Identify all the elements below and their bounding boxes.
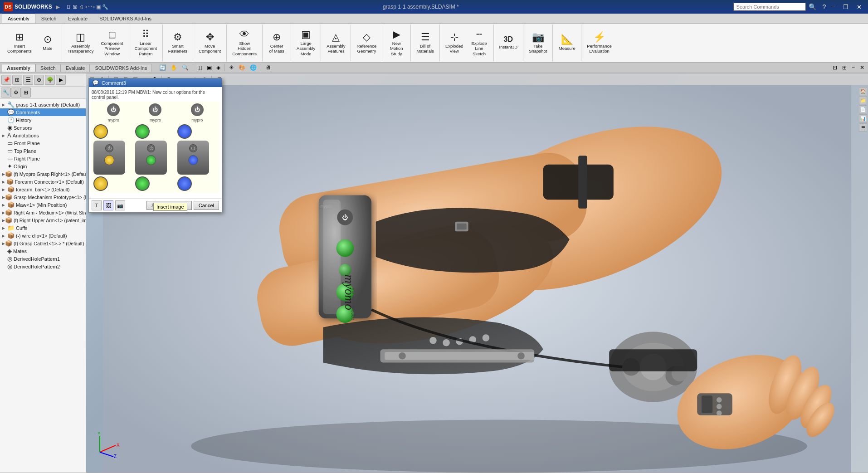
tree-item-wire-clip[interactable]: ▶ 📦 (-) wire clip<1> (Default) [0, 232, 86, 239]
expand-right-arm[interactable]: ▶ [2, 210, 5, 215]
display-btn[interactable]: 🖥 [263, 63, 273, 72]
expand-forearm-conn[interactable]: ▶ [2, 180, 6, 184]
tree-item-myopro[interactable]: ▶ 📦 (f) Myopro Grasp Right<1> (Default) [0, 170, 86, 178]
pan-btn[interactable]: ✋ [169, 63, 179, 72]
tree-item-comments[interactable]: 💬 Comments [0, 108, 86, 116]
config-manager-tab[interactable]: ⊞ [21, 88, 31, 98]
show-hidden-btn[interactable]: 👁 ShowHiddenComponents [229, 25, 259, 61]
mate-btn[interactable]: ⊙ Mate [36, 25, 59, 61]
panel-list-btn[interactable]: ☰ [23, 75, 33, 85]
comment-camera-btn[interactable]: 📷 [115, 200, 125, 210]
comment-text-btn[interactable]: T [92, 200, 102, 210]
property-manager-tab[interactable]: ⚙ [11, 88, 21, 98]
expand-root[interactable]: ▶ [2, 102, 7, 107]
section-btn[interactable]: ◈ [215, 63, 222, 72]
scene-btn[interactable]: 🌐 [248, 63, 258, 72]
view-normal-btn[interactable]: ⊡ [831, 63, 839, 72]
expand-wire-clip[interactable]: ▶ [2, 234, 7, 238]
view-fullscreen-btn[interactable]: ⊞ [840, 63, 848, 72]
tree-item-right-arm[interactable]: ▶ 📦 Right Arm - Medium<1> (Wrist Strai [0, 209, 86, 216]
search-icon[interactable]: 🔍 [809, 3, 816, 10]
panel-pin-btn[interactable]: 📌 [1, 75, 11, 85]
tree-item-mates[interactable]: ◈ Mates [0, 247, 86, 255]
document-icon[interactable]: 📄 [859, 105, 867, 113]
tree-item-front-plane[interactable]: ▭ Front Plane [0, 139, 86, 147]
shaded-btn[interactable]: ▣ [205, 63, 214, 72]
exploded-view-btn[interactable]: ⊹ ExplodedView [443, 25, 466, 61]
panel-grid-btn[interactable]: ⊞ [12, 75, 22, 85]
tree-item-history[interactable]: 🕐 History [0, 116, 86, 124]
tab-view-sketch[interactable]: Sketch [35, 64, 61, 72]
tree-item-grasp-cable[interactable]: ▶ 📦 (f) Grasp Cable1<1>-> * (Default) [0, 239, 86, 247]
tab-addins[interactable]: SOLIDWORKS Add-Ins [93, 14, 157, 23]
tree-item-top-plane[interactable]: ▭ Top Plane [0, 147, 86, 155]
cancel-btn[interactable]: Cancel [194, 201, 219, 210]
snapshot-btn[interactable]: 📷 TakeSnapshot [526, 25, 550, 61]
tree-item-derived-2[interactable]: ◎ DerivedHolePattern2 [0, 263, 86, 270]
zoom-btn[interactable]: 🔍 [180, 63, 190, 72]
comment-image-btn[interactable]: 🖼 [103, 200, 113, 210]
tree-item-right-plane[interactable]: ▭ Right Plane [0, 155, 86, 162]
component-preview-btn[interactable]: ◻ ComponentPreviewWindow [98, 25, 126, 61]
expand-forearm-bar[interactable]: ▶ [2, 187, 7, 192]
tree-item-forearm-bar[interactable]: ▶ 📦 forearm_bar<1> (Default) [0, 185, 86, 193]
explode-line-btn[interactable]: ╌ ExplodeLineSketch [468, 25, 491, 61]
expand-cuffs[interactable]: ▶ [2, 226, 7, 230]
tree-item-annotations[interactable]: ▶ A Annotations [0, 132, 86, 139]
rotate-view-btn[interactable]: 🔄 [157, 63, 168, 72]
assembly-transparency-btn[interactable]: ◫ AssemblyTransparency [65, 25, 97, 61]
viewport[interactable]: ⊡ ⟲ ◫ ⊞ ▣ ◻ ⬟ ⬡ ● ● ⊕ ◉ 🖥 [86, 73, 868, 473]
expand-right-upper[interactable]: ▶ [2, 218, 5, 223]
tab-assembly[interactable]: Assembly [2, 14, 35, 23]
tab-sketch[interactable]: Sketch [35, 14, 63, 23]
view-close-btn[interactable]: ✕ [858, 63, 866, 72]
assembly-features-btn[interactable]: ◬ AssemblyFeatures [324, 25, 348, 61]
smart-fasteners-btn[interactable]: ⚙ SmartFasteners [166, 25, 190, 61]
performance-btn[interactable]: ⚡ PerformanceEvaluation [584, 25, 614, 61]
list-icon[interactable]: ☰ [859, 123, 867, 132]
wireframe-btn[interactable]: ◫ [195, 63, 204, 72]
expand-maw[interactable]: ▶ [2, 203, 7, 207]
insert-components-btn[interactable]: ⊞ InsertComponents [5, 25, 34, 61]
tree-item-sensors[interactable]: ◉ Sensors [0, 124, 86, 132]
large-assembly-btn[interactable]: ▣ LargeAssemblyMode [294, 25, 318, 61]
tree-item-grasp-mech[interactable]: ▶ 📦 Grasp Mechanism Prototype<1> (M [0, 193, 86, 201]
search-input[interactable] [733, 3, 806, 11]
help-btn[interactable]: ? [823, 3, 826, 10]
expand-grasp-mech[interactable]: ▶ [2, 195, 5, 200]
minimize-btn[interactable]: − [829, 3, 838, 11]
tab-view-addins[interactable]: SOLIDWORKS Add-Ins [90, 64, 152, 72]
tab-view-evaluate[interactable]: Evaluate [61, 64, 90, 72]
chart-icon[interactable]: 📊 [859, 114, 867, 122]
light-btn[interactable]: ☀ [227, 63, 236, 72]
center-mass-btn[interactable]: ⊕ Centerof Mass [265, 25, 288, 61]
feature-manager-tab[interactable]: 🔧 [1, 88, 11, 98]
close-btn[interactable]: ✕ [854, 3, 864, 11]
tab-view-assembly[interactable]: Assembly [2, 64, 35, 72]
instant3d-btn[interactable]: 3D Instant3D [497, 25, 521, 61]
tree-item-forearm-conn[interactable]: ▶ 📦 Forearm Connector<1> (Default) [0, 178, 86, 185]
expand-grasp-cable[interactable]: ▶ [2, 241, 5, 246]
panel-tree-btn[interactable]: 🌳 [45, 75, 55, 85]
tree-item-cuffs[interactable]: ▶ 📁 Cuffs [0, 224, 86, 232]
tree-item-right-upper[interactable]: ▶ 📦 (f) Right Upper Arm<1> (patent_ima [0, 216, 86, 224]
tree-item-origin[interactable]: ✦ Origin [0, 162, 86, 170]
motion-study-btn[interactable]: ▶ NewMotionStudy [385, 25, 408, 61]
expand-myopro[interactable]: ▶ [2, 172, 5, 176]
panel-arrow-btn[interactable]: ▶ [56, 75, 66, 85]
tree-item-derived-1[interactable]: ◎ DerivedHolePattern1 [0, 255, 86, 263]
linear-pattern-btn[interactable]: ⠿ LinearComponentPattern [132, 25, 160, 61]
move-btn[interactable]: ✥ MoveComponent [196, 25, 224, 61]
expand-annotations[interactable]: ▶ [2, 133, 7, 138]
color-btn[interactable]: 🎨 [237, 63, 247, 72]
reference-geo-btn[interactable]: ◇ ReferenceGeometry [354, 25, 379, 61]
home-icon[interactable]: 🏠 [859, 87, 867, 95]
tab-evaluate[interactable]: Evaluate [62, 14, 93, 23]
restore-btn[interactable]: ❐ [840, 3, 851, 11]
tree-item-root[interactable]: ▶ 🔧 grasp 1-1 assembly (Default) [0, 101, 86, 108]
view-minimize-btn[interactable]: − [850, 63, 857, 72]
measure-btn[interactable]: 📐 Measure [556, 25, 578, 61]
panel-filter-btn[interactable]: ⊕ [34, 75, 44, 85]
tree-item-maw[interactable]: ▶ 📦 Maw<1> (Min Position) [0, 201, 86, 209]
bom-btn[interactable]: ☰ Bill ofMaterials [414, 25, 437, 61]
